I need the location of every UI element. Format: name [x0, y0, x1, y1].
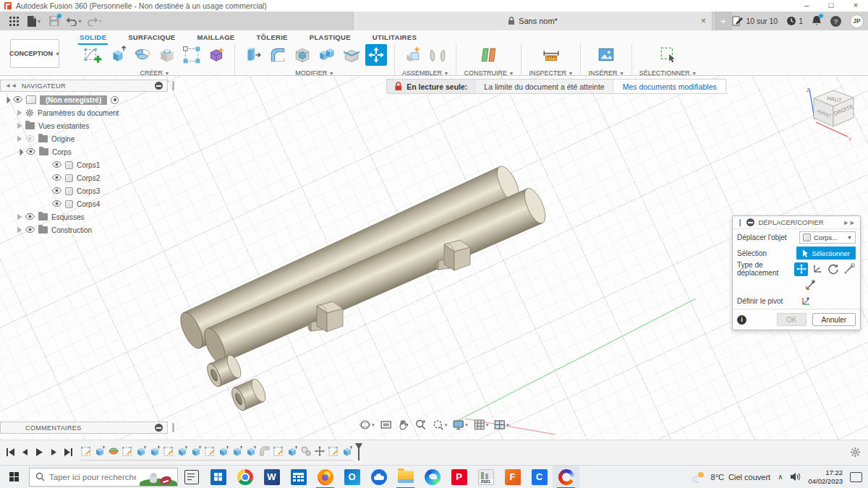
editable-documents-link[interactable]: Mes documents modifiables — [613, 80, 726, 93]
timeline-feature-extrude[interactable] — [286, 445, 298, 458]
expand-icon[interactable] — [17, 136, 22, 142]
model-cylinder-near[interactable] — [200, 186, 550, 366]
visibility-eye-icon[interactable] — [52, 200, 61, 208]
timeline-go-to-end-icon[interactable] — [64, 448, 73, 458]
look-at-icon[interactable] — [380, 419, 392, 431]
move-type-point-to-point-icon[interactable] — [842, 262, 856, 276]
timeline-feature-revolve[interactable] — [108, 445, 119, 458]
comments-collapse-icon[interactable] — [155, 424, 163, 432]
visibility-eye-icon[interactable] — [25, 213, 35, 221]
revolve-icon[interactable] — [132, 44, 153, 66]
timeline-position-marker[interactable] — [354, 442, 363, 463]
taskbar-task-view-icon[interactable] — [178, 466, 205, 488]
taskbar-search[interactable] — [29, 468, 178, 487]
navigator-item-origine[interactable]: Origine — [0, 132, 119, 145]
taskbar-outlook-icon[interactable]: O — [339, 466, 365, 488]
view-cube[interactable]: Z X HAUT AVANT DROITE — [800, 82, 867, 148]
cancel-button[interactable]: Annuler — [812, 313, 856, 326]
start-button[interactable] — [0, 466, 29, 488]
visibility-eye-icon[interactable] — [13, 96, 22, 104]
taskbar-c-app-icon[interactable]: C — [526, 466, 553, 488]
timeline-feature-fillet[interactable] — [259, 445, 271, 458]
zoom-icon[interactable] — [414, 419, 427, 431]
file-menu-icon[interactable]: ▼ — [26, 14, 42, 28]
job-timer[interactable]: 1 — [786, 16, 803, 26]
redo-icon[interactable]: ▼ — [87, 14, 103, 28]
timeline-feature-extrude[interactable] — [341, 445, 353, 458]
root-component-label[interactable]: (Non enregistré) — [40, 95, 107, 105]
orbit-icon[interactable]: ▾ — [359, 419, 375, 431]
timeline-feature-extrude[interactable] — [245, 445, 257, 458]
undo-icon[interactable]: ▼ — [67, 14, 82, 28]
collapse-arrows-icon[interactable]: ◄◄ — [5, 82, 17, 89]
activate-component-radio[interactable] — [111, 96, 119, 104]
app-grid-icon[interactable] — [6, 14, 22, 28]
select-icon[interactable] — [658, 44, 679, 66]
action-center-icon[interactable] — [850, 472, 862, 482]
search-input[interactable] — [49, 473, 136, 481]
insert-image-icon[interactable] — [595, 44, 617, 66]
taskbar-explorer-icon[interactable] — [392, 466, 419, 488]
measure-icon[interactable] — [540, 44, 562, 66]
collapse-circle-icon[interactable] — [155, 82, 163, 90]
taskbar-clock[interactable]: 17:22 04/02/2023 — [808, 468, 843, 486]
navigator-item-param-tres-du-document[interactable]: Paramètres du document — [0, 106, 119, 119]
ok-button[interactable]: OK — [777, 313, 806, 326]
navigator-item-label[interactable]: Esquisses — [51, 213, 85, 221]
model-ring-1[interactable] — [205, 354, 244, 389]
shell-icon[interactable] — [292, 44, 313, 66]
navigator-header[interactable]: ◄◄ NAVIGATEUR — [0, 80, 168, 92]
expand-icon[interactable] — [17, 123, 22, 129]
combine-icon[interactable] — [316, 44, 338, 66]
new-tab-button[interactable]: + — [715, 12, 732, 30]
taskbar-fusion-360-icon[interactable] — [553, 466, 579, 488]
close-tab-icon[interactable]: × — [701, 16, 706, 26]
timeline-feature-sketch[interactable] — [80, 445, 92, 458]
collapse-icon[interactable] — [17, 148, 24, 155]
navigator-item-label[interactable]: Corps4 — [77, 200, 100, 208]
hole-icon[interactable] — [156, 44, 178, 66]
fit-icon[interactable]: ▾ — [432, 419, 448, 431]
dialog-expand-icon[interactable]: ►► — [843, 219, 856, 226]
navigator-item-corps4[interactable]: Corps4 — [0, 197, 119, 210]
navigator-item-label[interactable]: Vues existantes — [38, 122, 89, 130]
visibility-eye-icon[interactable] — [52, 187, 61, 195]
display-settings-icon[interactable]: ▾ — [452, 419, 468, 431]
tray-chevron-icon[interactable]: ∧ — [778, 473, 783, 481]
visibility-eye-icon[interactable] — [52, 161, 61, 169]
minimize-button[interactable]: – — [794, 0, 819, 12]
pan-icon[interactable] — [397, 419, 409, 431]
visibility-eye-icon[interactable] — [25, 226, 35, 234]
timeline-feature-sketch[interactable] — [204, 445, 216, 458]
timeline-feature-extrude[interactable] — [94, 445, 106, 458]
taskbar-app-2021-icon[interactable]: 2021 — [472, 466, 499, 488]
maximize-button[interactable]: □ — [819, 0, 843, 12]
visibility-eye-off-icon[interactable] — [25, 135, 35, 143]
extrude-icon[interactable] — [107, 44, 129, 66]
move-type-rotate-icon[interactable] — [826, 262, 840, 276]
navigator-item-label[interactable]: Paramètres du document — [38, 109, 119, 117]
user-avatar[interactable]: JP — [850, 14, 864, 28]
navigator-item-label[interactable]: Corps2 — [77, 174, 100, 182]
timeline-play-icon[interactable] — [35, 448, 44, 458]
timeline-feature-extrude[interactable] — [135, 445, 147, 458]
navigator-item-corps[interactable]: Corps — [0, 145, 119, 158]
viewports-icon[interactable]: ▾ — [493, 419, 509, 431]
expand-icon[interactable] — [4, 96, 11, 103]
navigator-item-label[interactable]: Corps1 — [77, 161, 100, 169]
grid-settings-icon[interactable]: ▾ — [473, 419, 489, 431]
move-type-point-to-position-icon[interactable] — [804, 278, 817, 292]
new-component-icon[interactable] — [402, 44, 424, 66]
help-icon[interactable]: ? — [830, 16, 841, 27]
job-status[interactable]: 10 sur 10 — [732, 16, 778, 26]
close-button[interactable]: × — [843, 0, 868, 12]
press-pull-icon[interactable] — [242, 44, 264, 66]
joint-icon[interactable] — [427, 44, 448, 66]
timeline-feature-sketch[interactable] — [328, 445, 339, 458]
volume-icon[interactable] — [790, 472, 801, 481]
timeline-go-to-start-icon[interactable] — [6, 448, 15, 458]
dialog-collapse-icon[interactable] — [746, 218, 754, 226]
timeline-feature-pattern[interactable] — [300, 445, 312, 458]
move-type-translate-icon[interactable] — [810, 262, 824, 276]
rectangular-pattern-icon[interactable] — [181, 44, 203, 66]
